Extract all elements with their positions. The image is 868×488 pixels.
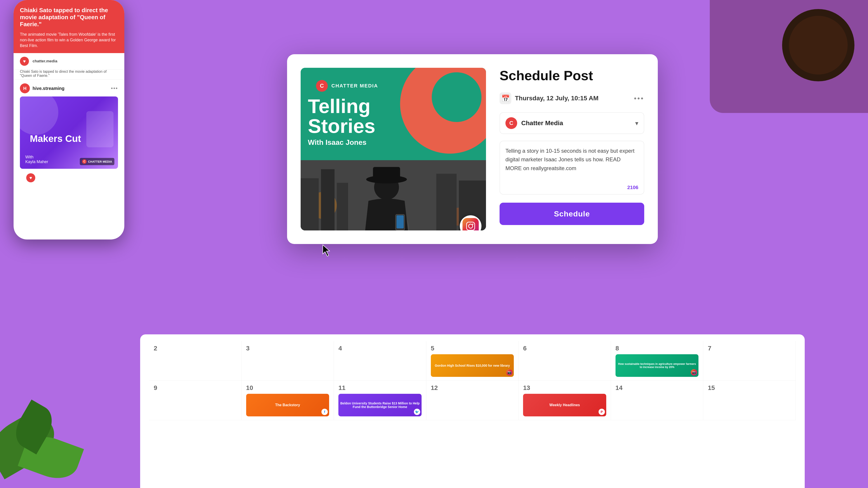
chatter-badge: C CHATTER MEDIA — [80, 158, 114, 165]
char-count: 2106 — [500, 182, 644, 194]
hive-name: hive.streaming — [33, 86, 64, 91]
phone-post-2-image: Makers Cut With Kayla Maher C CHATTER ME… — [20, 96, 118, 169]
schedule-title: Schedule Post — [500, 68, 644, 84]
date-text: Thursday, 12 July, 10:15 AM — [515, 95, 598, 102]
preview-photo — [301, 160, 486, 230]
phone-username-1: chatter.media — [33, 59, 57, 64]
svg-rect-6 — [337, 183, 348, 230]
preview-chatter-logo: C — [316, 80, 328, 92]
phone-container: Chiaki Sato tapped to direct the movie a… — [0, 0, 140, 249]
instagram-icon — [463, 218, 479, 230]
phone-bottom-heart: ♥ — [20, 171, 118, 187]
phone-post-1-subtitle: The animated movie 'Tales from Woofdale'… — [20, 32, 118, 49]
post-preview-panel: C CHATTER MEDIA Telling Stories With Isa… — [301, 68, 486, 230]
schedule-date-row: 📅 Thursday, 12 July, 10:15 AM ••• — [500, 92, 644, 104]
chevron-down-icon: ▾ — [635, 120, 638, 127]
phone-post-1-header: Chiaki Sato tapped to direct the movie a… — [13, 0, 124, 53]
modal-overlay: C CHATTER MEDIA Telling Stories With Isa… — [140, 45, 805, 488]
post-textarea-content[interactable]: Telling a story in 10-15 seconds is not … — [500, 141, 644, 182]
person-thumbnail — [86, 111, 114, 147]
preview-top-section: C CHATTER MEDIA Telling Stories With Isa… — [301, 68, 486, 160]
account-name: Chatter Media — [521, 120, 563, 127]
svg-rect-7 — [436, 174, 457, 230]
preview-brand-name: CHATTER MEDIA — [331, 83, 378, 89]
preview-subtitle: With Isaac Jones — [308, 138, 479, 147]
svg-rect-11 — [373, 167, 400, 181]
chatter-c-logo: C — [82, 159, 87, 164]
schedule-button[interactable]: Schedule — [500, 203, 644, 225]
heart-icon: ♥ — [20, 57, 29, 66]
hive-logo-row: H hive.streaming — [20, 84, 64, 93]
post-text-wrapper: Telling a story in 10-15 seconds is not … — [500, 141, 644, 195]
makers-cut-text: Makers Cut — [30, 133, 81, 144]
phone-post-1-caption: Chiaki Sato is tapped to direct the movi… — [13, 70, 124, 79]
man-with-hat-svg — [301, 160, 486, 230]
preview-content-wrapper: Telling Stories With Isaac Jones — [308, 96, 479, 147]
phone-post-2: H hive.streaming ••• Makers Cut — [13, 79, 124, 191]
phone-post-1-title: Chiaki Sato tapped to direct the movie a… — [20, 7, 118, 28]
svg-rect-13 — [397, 215, 404, 228]
svg-rect-4 — [301, 178, 319, 230]
phone-post-2-header: H hive.streaming ••• — [20, 84, 118, 93]
leaves-decoration — [0, 398, 135, 488]
svg-point-15 — [469, 224, 473, 228]
phone-more-menu[interactable]: ••• — [111, 85, 118, 92]
svg-rect-5 — [321, 169, 335, 230]
schedule-modal: C CHATTER MEDIA Telling Stories With Isa… — [287, 54, 658, 244]
preview-title: Telling Stories — [308, 96, 479, 136]
more-options-button[interactable]: ••• — [634, 94, 644, 103]
with-kayla-text: With Kayla Maher — [25, 155, 48, 164]
calendar-icon: 📅 — [500, 92, 511, 104]
svg-rect-14 — [467, 222, 475, 230]
heart-icon-2: ♥ — [26, 173, 35, 182]
phone-heart-row: ♥ chatter.media — [13, 53, 124, 70]
svg-point-16 — [472, 224, 473, 225]
account-selector[interactable]: C Chatter Media ▾ — [500, 112, 644, 134]
account-selector-left: C Chatter Media — [505, 117, 563, 129]
phone-mock: Chiaki Sato tapped to direct the movie a… — [13, 0, 124, 239]
makers-cut-content: Makers Cut — [24, 103, 114, 155]
account-logo: C — [505, 117, 517, 129]
instagram-svg — [466, 221, 475, 230]
schedule-form-panel: Schedule Post 📅 Thursday, 12 July, 10:15… — [500, 68, 644, 225]
hive-logo-circle: H — [20, 84, 30, 93]
schedule-date: 📅 Thursday, 12 July, 10:15 AM — [500, 92, 598, 104]
